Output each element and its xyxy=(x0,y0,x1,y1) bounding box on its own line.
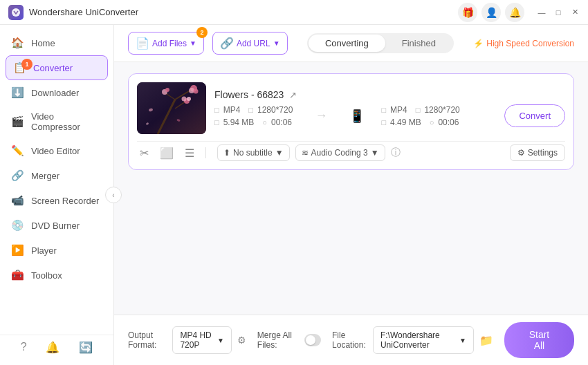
subtitle-icon: ⬆ xyxy=(223,148,230,158)
user-icon[interactable]: 👤 xyxy=(481,3,501,22)
sidebar-item-dvd-burner[interactable]: 💿 DVD Burner xyxy=(0,213,113,238)
output-format-chevron: ▼ xyxy=(217,337,224,344)
file-card: Flowers - 66823 ↗ □ MP4 □ 1280*720 xyxy=(128,73,574,170)
sidebar-item-video-compressor[interactable]: 🎬 Video Compressor xyxy=(0,105,113,138)
output-format-select[interactable]: MP4 HD 720P ▼ xyxy=(172,326,231,354)
content-area: 📄 Add Files ▼ 2 🔗 Add URL ▼ Converting F… xyxy=(114,25,588,365)
audio-wave-icon: ≋ xyxy=(302,148,309,158)
sidebar-item-label: Home xyxy=(31,38,55,48)
sidebar-item-merger[interactable]: 🔗 Merger xyxy=(0,163,113,188)
sidebar-item-screen-recorder[interactable]: 📹 Screen Recorder xyxy=(0,188,113,213)
target-format-icon: □ xyxy=(381,106,386,114)
resolution-icon: □ xyxy=(248,106,253,114)
downloader-icon: ⬇️ xyxy=(11,86,24,99)
gift-icon[interactable]: 🎁 xyxy=(458,3,477,22)
add-url-chevron: ▼ xyxy=(273,39,280,47)
tab-finished[interactable]: Finished xyxy=(385,35,452,52)
settings-button[interactable]: ⚙ Settings xyxy=(510,144,565,161)
add-url-icon: 🔗 xyxy=(220,37,234,50)
sidebar-collapse-button[interactable]: ‹ xyxy=(105,187,122,203)
file-location-value: F:\Wondershare UniConverter xyxy=(380,330,457,350)
lightning-icon: ⚡ xyxy=(473,39,484,48)
tab-converting[interactable]: Converting xyxy=(309,35,385,52)
merger-icon: 🔗 xyxy=(11,169,24,182)
file-location-select[interactable]: F:\Wondershare UniConverter ▼ xyxy=(373,326,474,354)
trim-button[interactable]: ✂ xyxy=(137,145,151,161)
sidebar-item-video-editor[interactable]: ✏️ Video Editor xyxy=(0,138,113,163)
sidebar: 🏠 Home 📋 Converter 1 ⬇️ Downloader 🎬 Vid… xyxy=(0,25,114,365)
bell-icon[interactable]: 🔔 xyxy=(505,3,524,22)
audio-chevron: ▼ xyxy=(371,148,379,158)
output-settings-icon[interactable]: ⚙ xyxy=(237,335,246,346)
target-meta-group: □ 4.49 MB ○ 00:06 xyxy=(381,118,459,127)
sidebar-item-label: Merger xyxy=(31,171,59,181)
file-list-area: Flowers - 66823 ↗ □ MP4 □ 1280*720 xyxy=(114,62,588,315)
file-thumbnail xyxy=(137,82,206,134)
sidebar-item-converter[interactable]: 📋 Converter 1 xyxy=(6,55,108,80)
convert-arrow-icon: → xyxy=(315,109,327,123)
crop-button[interactable]: ⬜ xyxy=(157,145,176,161)
sidebar-item-label: Converter xyxy=(33,63,73,73)
titlebar-controls: 🎁 👤 🔔 — □ ✕ xyxy=(458,3,580,22)
merge-toggle[interactable] xyxy=(304,334,321,346)
file-name: Flowers - 66823 xyxy=(214,89,284,100)
add-files-chevron: ▼ xyxy=(190,39,196,47)
add-url-label: Add URL xyxy=(237,39,270,48)
source-meta-group: □ 5.94 MB ○ 00:06 xyxy=(214,118,293,127)
convert-button[interactable]: Convert xyxy=(504,104,565,127)
notification-icon[interactable]: 🔔 xyxy=(46,341,59,354)
add-files-label: Add Files xyxy=(152,39,187,48)
target-resolution-icon: □ xyxy=(416,106,421,114)
compressor-icon: 🎬 xyxy=(11,115,24,128)
maximize-button[interactable]: □ xyxy=(553,8,563,17)
file-card-bottom: ✂ ⬜ ☰ ⬆ No subtitle ▼ ≋ Audio Coding 3 ▼… xyxy=(137,141,565,161)
start-all-button[interactable]: Start All xyxy=(504,322,574,358)
converter-badge: 1 xyxy=(21,59,33,70)
minimize-button[interactable]: — xyxy=(537,8,546,17)
output-format-value: MP4 HD 720P xyxy=(180,330,214,350)
add-files-button[interactable]: 📄 Add Files ▼ 2 xyxy=(128,32,204,55)
svg-point-13 xyxy=(187,97,191,101)
file-card-top: Flowers - 66823 ↗ □ MP4 □ 1280*720 xyxy=(137,82,565,134)
info-icon[interactable]: ⓘ xyxy=(391,147,401,159)
folder-icon[interactable]: 📁 xyxy=(479,334,493,347)
main-layout: 🏠 Home 📋 Converter 1 ⬇️ Downloader 🎬 Vid… xyxy=(0,25,588,365)
target-size: 4.49 MB xyxy=(390,118,421,127)
toolbox-icon: 🧰 xyxy=(11,269,24,281)
sidebar-item-label: Toolbox xyxy=(31,270,62,281)
output-format-label: Output Format: xyxy=(128,330,167,350)
help-icon[interactable]: ? xyxy=(21,341,27,354)
more-button[interactable]: ☰ xyxy=(182,145,197,161)
file-icon: □ xyxy=(214,118,219,127)
sidebar-item-home[interactable]: 🏠 Home xyxy=(0,30,113,55)
sidebar-item-label: Downloader xyxy=(31,88,79,98)
gear-icon: ⚙ xyxy=(517,148,525,158)
close-button[interactable]: ✕ xyxy=(570,8,580,17)
tabs-group: Converting Finished xyxy=(307,33,454,53)
source-resolution: 1280*720 xyxy=(257,105,293,115)
edit-icon[interactable]: ↗ xyxy=(289,90,297,100)
audio-select[interactable]: ≋ Audio Coding 3 ▼ xyxy=(295,144,385,161)
sync-icon[interactable]: 🔄 xyxy=(79,341,93,354)
svg-point-8 xyxy=(194,89,199,94)
toolbar: 📄 Add Files ▼ 2 🔗 Add URL ▼ Converting F… xyxy=(114,25,588,62)
sidebar-item-label: Player xyxy=(31,245,57,256)
app-logo xyxy=(8,5,24,20)
source-format-group: □ MP4 □ 1280*720 xyxy=(214,105,293,115)
sidebar-item-label: Screen Recorder xyxy=(31,196,99,206)
divider xyxy=(205,147,206,158)
source-size: 5.94 MB xyxy=(223,118,255,127)
file-location-field: File Location: F:\Wondershare UniConvert… xyxy=(332,326,493,354)
file-info-section: Flowers - 66823 ↗ □ MP4 □ 1280*720 xyxy=(214,89,565,127)
subtitle-select[interactable]: ⬆ No subtitle ▼ xyxy=(217,144,290,161)
high-speed-button[interactable]: ⚡ High Speed Conversion xyxy=(473,39,574,48)
sidebar-item-downloader[interactable]: ⬇️ Downloader xyxy=(0,80,113,105)
file-location-label: File Location: xyxy=(332,330,367,350)
toggle-thumb xyxy=(306,335,315,345)
add-files-badge: 2 xyxy=(196,27,208,38)
add-url-button[interactable]: 🔗 Add URL ▼ xyxy=(212,32,288,55)
sidebar-item-label: Video Editor xyxy=(31,146,80,156)
sidebar-item-toolbox[interactable]: 🧰 Toolbox xyxy=(0,263,113,288)
sidebar-item-player[interactable]: ▶️ Player xyxy=(0,238,113,263)
sidebar-item-label: DVD Burner xyxy=(31,221,80,231)
